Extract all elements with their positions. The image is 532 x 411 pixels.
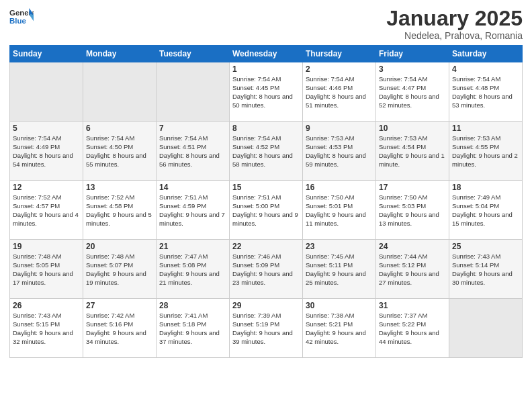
day-info: Sunrise: 7:46 AM Sunset: 5:09 PM Dayligh… bbox=[232, 253, 300, 287]
calendar-day-cell: 8Sunrise: 7:54 AM Sunset: 4:52 PM Daylig… bbox=[230, 122, 303, 181]
day-number: 24 bbox=[379, 242, 446, 251]
day-number: 12 bbox=[13, 183, 80, 192]
calendar-day-cell: 13Sunrise: 7:52 AM Sunset: 4:58 PM Dayli… bbox=[83, 181, 157, 240]
day-number: 11 bbox=[452, 124, 519, 133]
calendar-day-cell: 1Sunrise: 7:54 AM Sunset: 4:45 PM Daylig… bbox=[230, 62, 303, 122]
day-number: 23 bbox=[306, 242, 373, 251]
calendar-day-cell: 5Sunrise: 7:54 AM Sunset: 4:49 PM Daylig… bbox=[10, 122, 83, 181]
day-number: 8 bbox=[232, 124, 300, 133]
day-number: 27 bbox=[86, 301, 153, 310]
day-info: Sunrise: 7:52 AM Sunset: 4:58 PM Dayligh… bbox=[86, 193, 153, 228]
day-number: 5 bbox=[13, 124, 80, 133]
day-info: Sunrise: 7:54 AM Sunset: 4:52 PM Dayligh… bbox=[232, 134, 300, 169]
day-info: Sunrise: 7:53 AM Sunset: 4:55 PM Dayligh… bbox=[452, 134, 519, 169]
calendar-day-cell: 31Sunrise: 7:37 AM Sunset: 5:22 PM Dayli… bbox=[376, 299, 449, 358]
calendar-subtitle: Nedelea, Prahova, Romania bbox=[386, 30, 523, 41]
logo: General Blue bbox=[9, 7, 34, 27]
day-info: Sunrise: 7:53 AM Sunset: 4:54 PM Dayligh… bbox=[379, 134, 446, 169]
day-info: Sunrise: 7:41 AM Sunset: 5:18 PM Dayligh… bbox=[159, 312, 226, 346]
day-info: Sunrise: 7:54 AM Sunset: 4:49 PM Dayligh… bbox=[13, 134, 80, 169]
day-info: Sunrise: 7:54 AM Sunset: 4:48 PM Dayligh… bbox=[452, 75, 519, 109]
day-info: Sunrise: 7:52 AM Sunset: 4:57 PM Dayligh… bbox=[13, 193, 80, 228]
day-info: Sunrise: 7:50 AM Sunset: 5:01 PM Dayligh… bbox=[306, 193, 373, 228]
calendar-day-cell bbox=[449, 299, 523, 358]
day-number: 6 bbox=[86, 124, 153, 133]
calendar-day-cell: 2Sunrise: 7:54 AM Sunset: 4:46 PM Daylig… bbox=[303, 62, 376, 122]
calendar-page: General Blue January 2025 Nedelea, Praho… bbox=[0, 0, 532, 411]
day-info: Sunrise: 7:47 AM Sunset: 5:08 PM Dayligh… bbox=[159, 253, 226, 287]
day-number: 3 bbox=[379, 64, 446, 74]
weekday-header-sunday: Sunday bbox=[10, 46, 83, 62]
calendar-day-cell: 10Sunrise: 7:53 AM Sunset: 4:54 PM Dayli… bbox=[376, 122, 449, 181]
day-info: Sunrise: 7:54 AM Sunset: 4:51 PM Dayligh… bbox=[159, 134, 226, 169]
calendar-title: January 2025 bbox=[386, 7, 523, 30]
day-info: Sunrise: 7:51 AM Sunset: 5:00 PM Dayligh… bbox=[232, 193, 300, 228]
calendar-day-cell: 20Sunrise: 7:48 AM Sunset: 5:07 PM Dayli… bbox=[83, 240, 157, 299]
calendar-week-row: 1Sunrise: 7:54 AM Sunset: 4:45 PM Daylig… bbox=[10, 62, 523, 122]
day-info: Sunrise: 7:53 AM Sunset: 4:53 PM Dayligh… bbox=[306, 134, 373, 169]
day-number: 20 bbox=[86, 242, 153, 251]
day-info: Sunrise: 7:48 AM Sunset: 5:05 PM Dayligh… bbox=[13, 253, 80, 287]
calendar-day-cell: 25Sunrise: 7:43 AM Sunset: 5:14 PM Dayli… bbox=[449, 240, 523, 299]
page-header: General Blue January 2025 Nedelea, Praho… bbox=[9, 7, 523, 41]
calendar-day-cell: 23Sunrise: 7:45 AM Sunset: 5:11 PM Dayli… bbox=[303, 240, 376, 299]
calendar-day-cell: 3Sunrise: 7:54 AM Sunset: 4:47 PM Daylig… bbox=[376, 62, 449, 122]
calendar-day-cell: 15Sunrise: 7:51 AM Sunset: 5:00 PM Dayli… bbox=[230, 181, 303, 240]
day-info: Sunrise: 7:42 AM Sunset: 5:16 PM Dayligh… bbox=[86, 312, 153, 346]
day-number: 16 bbox=[306, 183, 373, 192]
calendar-day-cell: 26Sunrise: 7:43 AM Sunset: 5:15 PM Dayli… bbox=[10, 299, 83, 358]
calendar-day-cell: 19Sunrise: 7:48 AM Sunset: 5:05 PM Dayli… bbox=[10, 240, 83, 299]
day-info: Sunrise: 7:37 AM Sunset: 5:22 PM Dayligh… bbox=[379, 312, 446, 346]
day-number: 13 bbox=[86, 183, 153, 192]
day-info: Sunrise: 7:51 AM Sunset: 4:59 PM Dayligh… bbox=[159, 193, 226, 228]
weekday-header-row: SundayMondayTuesdayWednesdayThursdayFrid… bbox=[10, 46, 523, 62]
day-number: 14 bbox=[159, 183, 226, 192]
day-number: 26 bbox=[13, 301, 80, 310]
calendar-week-row: 26Sunrise: 7:43 AM Sunset: 5:15 PM Dayli… bbox=[10, 299, 523, 358]
weekday-header-thursday: Thursday bbox=[303, 46, 376, 62]
day-number: 10 bbox=[379, 124, 446, 133]
calendar-day-cell: 30Sunrise: 7:38 AM Sunset: 5:21 PM Dayli… bbox=[303, 299, 376, 358]
weekday-header-friday: Friday bbox=[376, 46, 449, 62]
calendar-day-cell bbox=[157, 62, 230, 122]
calendar-day-cell: 17Sunrise: 7:50 AM Sunset: 5:03 PM Dayli… bbox=[376, 181, 449, 240]
calendar-day-cell: 4Sunrise: 7:54 AM Sunset: 4:48 PM Daylig… bbox=[449, 62, 523, 122]
calendar-day-cell: 18Sunrise: 7:49 AM Sunset: 5:04 PM Dayli… bbox=[449, 181, 523, 240]
day-info: Sunrise: 7:54 AM Sunset: 4:45 PM Dayligh… bbox=[232, 75, 300, 109]
day-number: 9 bbox=[306, 124, 373, 133]
day-number: 31 bbox=[379, 301, 446, 310]
svg-text:Blue: Blue bbox=[9, 17, 26, 25]
calendar-day-cell: 22Sunrise: 7:46 AM Sunset: 5:09 PM Dayli… bbox=[230, 240, 303, 299]
day-number: 17 bbox=[379, 183, 446, 192]
logo-icon: General Blue bbox=[9, 7, 34, 27]
day-number: 30 bbox=[306, 301, 373, 310]
calendar-day-cell: 12Sunrise: 7:52 AM Sunset: 4:57 PM Dayli… bbox=[10, 181, 83, 240]
day-number: 7 bbox=[159, 124, 226, 133]
header-right: January 2025 Nedelea, Prahova, Romania bbox=[386, 7, 523, 41]
day-info: Sunrise: 7:54 AM Sunset: 4:50 PM Dayligh… bbox=[86, 134, 153, 169]
calendar-day-cell: 21Sunrise: 7:47 AM Sunset: 5:08 PM Dayli… bbox=[157, 240, 230, 299]
day-number: 15 bbox=[232, 183, 300, 192]
day-info: Sunrise: 7:39 AM Sunset: 5:19 PM Dayligh… bbox=[232, 312, 300, 346]
day-number: 2 bbox=[306, 64, 373, 74]
day-info: Sunrise: 7:43 AM Sunset: 5:14 PM Dayligh… bbox=[452, 253, 519, 287]
calendar-day-cell: 27Sunrise: 7:42 AM Sunset: 5:16 PM Dayli… bbox=[83, 299, 157, 358]
day-number: 28 bbox=[159, 301, 226, 310]
calendar-day-cell: 16Sunrise: 7:50 AM Sunset: 5:01 PM Dayli… bbox=[303, 181, 376, 240]
day-number: 18 bbox=[452, 183, 519, 192]
calendar-day-cell: 14Sunrise: 7:51 AM Sunset: 4:59 PM Dayli… bbox=[157, 181, 230, 240]
day-info: Sunrise: 7:44 AM Sunset: 5:12 PM Dayligh… bbox=[379, 253, 446, 287]
calendar-week-row: 19Sunrise: 7:48 AM Sunset: 5:05 PM Dayli… bbox=[10, 240, 523, 299]
calendar-day-cell: 24Sunrise: 7:44 AM Sunset: 5:12 PM Dayli… bbox=[376, 240, 449, 299]
day-number: 25 bbox=[452, 242, 519, 251]
weekday-header-saturday: Saturday bbox=[449, 46, 523, 62]
day-number: 4 bbox=[452, 64, 519, 74]
weekday-header-wednesday: Wednesday bbox=[230, 46, 303, 62]
day-number: 22 bbox=[232, 242, 300, 251]
day-info: Sunrise: 7:48 AM Sunset: 5:07 PM Dayligh… bbox=[86, 253, 153, 287]
calendar-day-cell: 28Sunrise: 7:41 AM Sunset: 5:18 PM Dayli… bbox=[157, 299, 230, 358]
calendar-week-row: 5Sunrise: 7:54 AM Sunset: 4:49 PM Daylig… bbox=[10, 122, 523, 181]
calendar-day-cell bbox=[10, 62, 83, 122]
day-info: Sunrise: 7:43 AM Sunset: 5:15 PM Dayligh… bbox=[13, 312, 80, 346]
calendar-day-cell: 6Sunrise: 7:54 AM Sunset: 4:50 PM Daylig… bbox=[83, 122, 157, 181]
